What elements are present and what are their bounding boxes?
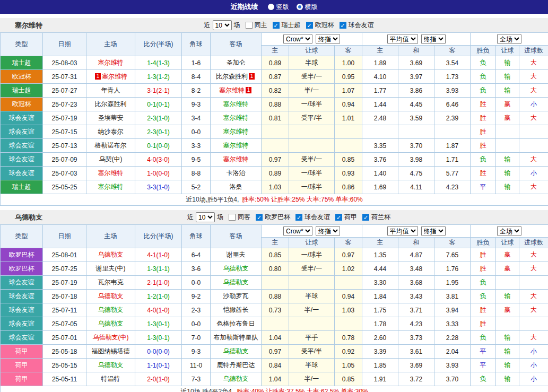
avg-odds-away: 6.46 — [434, 98, 471, 111]
handicap-odds-away: 1.01 — [335, 111, 362, 125]
radio-icon — [268, 4, 274, 10]
result-handicap: 输 — [496, 372, 519, 386]
sub-column-header: 胜负 — [471, 46, 496, 56]
corner-score: 3-4 — [182, 111, 211, 125]
team-label: 乌契(中) — [99, 155, 123, 163]
league-filter-checkbox[interactable] — [340, 22, 346, 29]
match-date: 25-07-09 — [43, 153, 86, 167]
handicap-line — [289, 125, 335, 139]
page-title: 近期战绩 — [231, 2, 258, 12]
avg-odds-away: 3.81 — [434, 290, 471, 303]
sections-container: 塞尔维特近10场同主瑞士超欧冠杯球会友谊类型日期主场比分(半场)角球客场Crow… — [0, 14, 548, 392]
final-index-select[interactable]: 终指 — [421, 34, 446, 44]
team-label: 格勒诺布尔 — [95, 142, 127, 149]
avg-odds-home: 3.39 — [362, 345, 398, 359]
corner-score: 7-3 — [182, 372, 211, 386]
away-team-cell: 乌德勒支 — [211, 372, 262, 386]
final-index-select[interactable]: 终指 — [421, 226, 446, 236]
final-index-select[interactable]: 终指 — [316, 34, 340, 44]
league-type-cell: 球会友谊 — [1, 139, 43, 153]
odds-header-cell: 平均值终指 — [362, 33, 471, 46]
title-bar: 近期战绩 竖版横版 — [0, 0, 548, 14]
result-goals — [519, 139, 548, 153]
handicap-odds-away: 1.05 — [335, 359, 362, 372]
handicap-odds-home: 0.85 — [262, 248, 289, 262]
avg-odds-draw: 3.97 — [398, 70, 434, 84]
red-card-badge: 1 — [249, 73, 255, 80]
avg-odds-away: 3.93 — [434, 84, 471, 98]
league-filter-checkbox[interactable] — [295, 214, 302, 221]
result-outcome: 胜 — [471, 111, 496, 125]
home-team-cell: 乌德勒支 — [86, 317, 135, 331]
radio-vertical[interactable]: 竖版 — [268, 3, 289, 12]
avg-odds-away: 3.54 — [434, 56, 471, 70]
corner-score: 9-5 — [182, 153, 211, 167]
away-team-cell: 塞尔维特 — [211, 111, 262, 125]
away-team-cell: 布加勒斯特星队 — [211, 331, 262, 345]
venue-filter-checkbox[interactable] — [229, 214, 236, 221]
result-outcome: 胜 — [471, 167, 496, 180]
final-index-select[interactable]: 终指 — [316, 226, 340, 236]
avg-odds-home: 4.44 — [362, 262, 398, 276]
away-team-cell: 塞尔维特 — [211, 98, 262, 111]
league-filter-checkbox[interactable] — [362, 214, 369, 221]
sub-column-header: 主 — [262, 238, 289, 248]
column-header: 主场 — [86, 225, 135, 248]
avg-odds-home: 2.48 — [362, 111, 398, 125]
sub-column-header: 主 — [262, 46, 289, 56]
match-date: 25-07-05 — [43, 317, 86, 331]
result-outcome: 负 — [471, 56, 496, 70]
avg-odds-away: 3.93 — [434, 359, 471, 372]
league-filter-checkbox[interactable] — [306, 22, 313, 29]
avg-odds-away: 3.70 — [434, 372, 471, 386]
match-count-select[interactable]: 10 — [213, 20, 232, 30]
avg-odds-home: 1.77 — [362, 84, 398, 98]
radio-label: 横版 — [305, 3, 318, 12]
match-row: 球会友谊25-07-11乌德勒支4-0(1-0)2-3恺撒酋长0.73半/一1.… — [1, 303, 548, 317]
avg-odds-away: 2.04 — [434, 345, 471, 359]
handicap-odds-away: 1.03 — [335, 303, 362, 317]
radio-horizontal[interactable]: 横版 — [297, 3, 318, 12]
avg-odds-away: 5.77 — [434, 167, 471, 180]
sub-column-header: 让球 — [289, 238, 335, 248]
league-filter-checkbox[interactable] — [273, 22, 280, 29]
handicap-odds-away: 0.93 — [335, 167, 362, 180]
result-handicap: 赢 — [496, 248, 519, 262]
bookmaker-select[interactable]: Crow* — [283, 34, 312, 44]
column-header: 日期 — [43, 225, 86, 248]
result-outcome: 负 — [471, 84, 496, 98]
match-date: 25-07-19 — [43, 111, 86, 125]
venue-filter-label: 同客 — [238, 213, 250, 222]
sub-column-header: 让球 — [496, 46, 519, 56]
sub-column-header: 客 — [335, 46, 362, 56]
match-score: 2-3(0-1) — [135, 125, 182, 139]
away-team-cell: 谢里夫 — [211, 248, 262, 262]
team-label: 塞尔维特 — [223, 155, 249, 163]
league-type-cell: 欧罗巴杯 — [1, 262, 43, 276]
avg-odds-home: 2.60 — [362, 331, 398, 345]
venue-filter-checkbox[interactable] — [246, 22, 253, 29]
sub-column-header: 主 — [362, 238, 398, 248]
summary-prefix: 近10场,胜5平1负4, — [186, 196, 239, 203]
handicap-line: 受半/一 — [289, 70, 335, 84]
match-date: 25-07-19 — [43, 276, 86, 290]
avg-odds-draw: 3.72 — [398, 372, 434, 386]
league-filter-checkbox[interactable] — [256, 214, 263, 221]
average-select[interactable]: 平均值 — [387, 34, 418, 44]
league-filter-checkbox[interactable] — [335, 214, 342, 221]
avg-odds-away: 4.23 — [434, 180, 471, 194]
result-goals: 小 — [519, 345, 548, 359]
handicap-line: 半/一 — [289, 84, 335, 98]
full-match-select[interactable]: 全场 — [497, 226, 521, 236]
result-goals: 大 — [519, 70, 548, 84]
avg-odds-away: 7.65 — [434, 248, 471, 262]
handicap-odds-away: 0.94 — [335, 290, 362, 303]
team-label: 卡洛治 — [227, 169, 246, 177]
handicap-odds-away: 0.86 — [335, 180, 362, 194]
match-score: 1-3(1-2) — [135, 70, 182, 84]
match-count-select[interactable]: 10 — [196, 212, 215, 222]
full-match-select[interactable]: 全场 — [497, 34, 521, 44]
avg-odds-home: 1.91 — [362, 372, 398, 386]
bookmaker-select[interactable]: Crow* — [283, 226, 312, 236]
average-select[interactable]: 平均值 — [387, 226, 418, 236]
